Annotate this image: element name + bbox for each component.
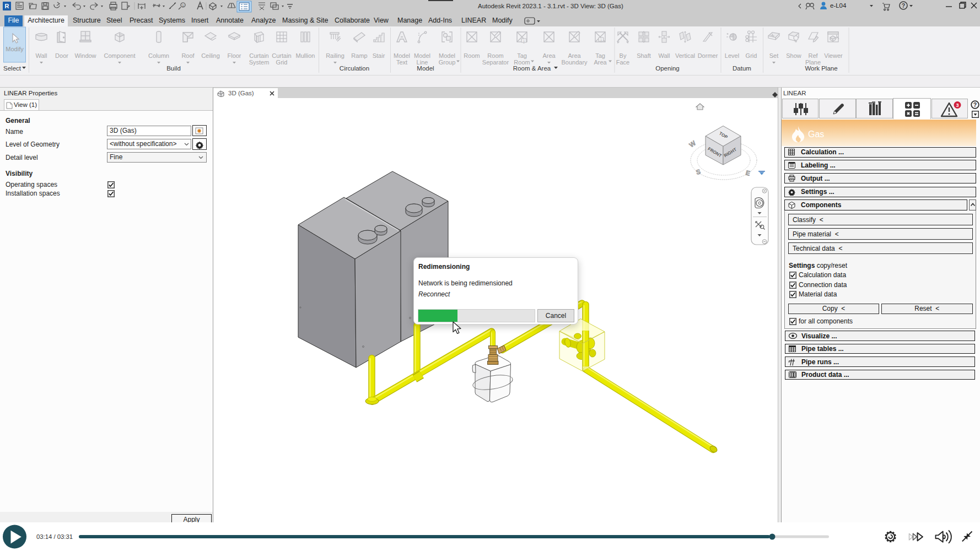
svg-text:Opening: Opening (655, 65, 679, 72)
svg-text:Mullion: Mullion (296, 52, 315, 59)
svg-text:Build: Build (166, 65, 181, 72)
svg-text:Area: Area (542, 52, 556, 59)
svg-text:Wall: Wall (659, 52, 670, 59)
svg-text:Component: Component (104, 52, 136, 59)
svg-text:Modify: Modify (6, 46, 24, 52)
svg-text:Window: Window (74, 52, 96, 59)
svg-text:Circulation: Circulation (340, 65, 369, 72)
svg-text:Curtain: Curtain (272, 52, 291, 59)
svg-text:Room: Room (487, 52, 503, 59)
svg-text:Door: Door (55, 52, 68, 59)
svg-text:?: ? (902, 2, 905, 9)
svg-text:R: R (5, 3, 9, 9)
svg-text:Set: Set (769, 52, 779, 59)
svg-text:Vertical: Vertical (675, 52, 695, 59)
svg-text:Area: Area (568, 52, 581, 59)
svg-text:S: S (695, 168, 701, 176)
svg-text:Tag: Tag (517, 52, 527, 59)
svg-text:Model: Model (414, 52, 430, 59)
svg-text:Roof: Roof (181, 52, 195, 59)
svg-text:Separator: Separator (482, 59, 509, 66)
svg-text:By: By (620, 52, 627, 59)
svg-text:Grid: Grid (276, 59, 288, 66)
svg-text:Ceiling: Ceiling (201, 52, 220, 59)
svg-text:W: W (688, 139, 698, 149)
svg-text:Dormer: Dormer (698, 52, 718, 59)
svg-text:E: E (745, 169, 751, 177)
svg-text:Tag: Tag (595, 52, 605, 59)
svg-text:Boundary: Boundary (561, 59, 588, 66)
svg-text:Area: Area (594, 59, 607, 66)
svg-text:Select: Select (3, 65, 21, 72)
svg-text:Autodesk Revit 2023.1 - 3.1.rv: Autodesk Revit 2023.1 - 3.1.rvt - 3D Vie… (478, 3, 623, 9)
svg-text:Shaft: Shaft (637, 52, 651, 59)
svg-text:Curtain: Curtain (249, 52, 268, 59)
svg-text:?: ? (973, 101, 977, 108)
svg-text:Ramp: Ramp (351, 52, 367, 59)
svg-text:Room: Room (514, 59, 530, 66)
svg-text:e-L04: e-L04 (830, 2, 847, 9)
svg-text:Face: Face (616, 59, 629, 66)
svg-text:Text: Text (396, 59, 407, 66)
svg-text:Wall: Wall (36, 52, 47, 59)
svg-text:Column: Column (148, 52, 169, 59)
svg-text:Grid: Grid (746, 52, 757, 59)
svg-text:Work Plane: Work Plane (805, 65, 837, 72)
svg-text:3: 3 (956, 102, 959, 108)
svg-text:Show: Show (786, 52, 801, 59)
svg-text:Group: Group (439, 59, 456, 66)
svg-text:03:14 / 03:31: 03:14 / 03:31 (36, 533, 73, 540)
svg-text:Room: Room (464, 52, 480, 59)
svg-text:Stair: Stair (373, 52, 385, 59)
svg-text:Railing: Railing (326, 52, 344, 59)
svg-text:Model: Model (417, 65, 434, 72)
svg-text:Ref: Ref (808, 52, 818, 59)
svg-text:Datum: Datum (733, 65, 751, 72)
svg-text:System: System (249, 59, 270, 66)
svg-text:Model: Model (439, 52, 455, 59)
svg-text:Plane: Plane (805, 59, 821, 66)
svg-text:Room & Area: Room & Area (513, 65, 551, 72)
svg-text:Line: Line (417, 59, 428, 66)
svg-text:Model: Model (394, 52, 410, 59)
svg-text:Floor: Floor (227, 52, 241, 59)
svg-text:Level: Level (725, 52, 739, 59)
svg-text:Viewer: Viewer (824, 52, 843, 59)
